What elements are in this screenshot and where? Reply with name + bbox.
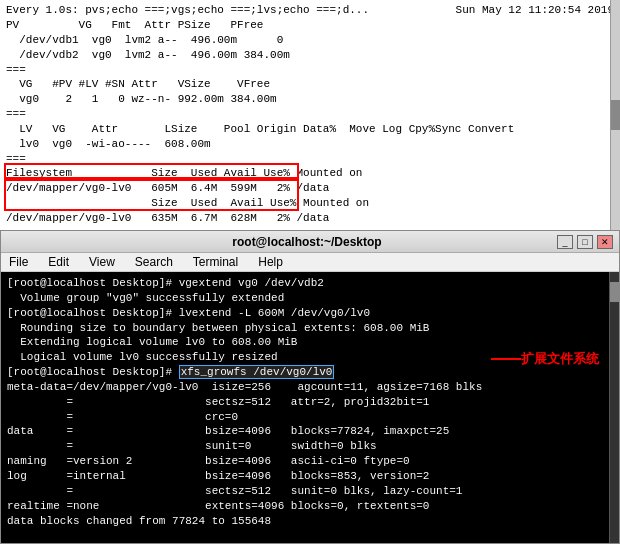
terminal-body[interactable]: [root@localhost Desktop]# vgextend vg0 /…	[1, 272, 619, 543]
window-titlebar: root@localhost:~/Desktop _ □ ✕	[1, 231, 619, 253]
menu-view[interactable]: View	[85, 254, 119, 270]
top-header-right: Sun May 12 11:20:54 2019	[456, 4, 614, 16]
terminal-scrollbar[interactable]	[609, 272, 619, 543]
window-menubar: File Edit View Search Terminal Help	[1, 253, 619, 272]
menu-help[interactable]: Help	[254, 254, 287, 270]
terminal-scrollbar-thumb[interactable]	[610, 282, 619, 302]
maximize-button[interactable]: □	[577, 235, 593, 249]
top-header: Every 1.0s: pvs;echo ===;vgs;echo ===;lv…	[6, 4, 614, 16]
top-scrollbar[interactable]	[610, 0, 620, 230]
top-header-left: Every 1.0s: pvs;echo ===;vgs;echo ===;lv…	[6, 4, 369, 16]
window-title: root@localhost:~/Desktop	[57, 235, 557, 249]
top-terminal-pane: Every 1.0s: pvs;echo ===;vgs;echo ===;lv…	[0, 0, 620, 230]
menu-file[interactable]: File	[5, 254, 32, 270]
menu-edit[interactable]: Edit	[44, 254, 73, 270]
top-terminal-content: PV VG Fmt Attr PSize PFree /dev/vdb1 vg0…	[6, 18, 614, 226]
top-scrollbar-thumb[interactable]	[611, 100, 620, 130]
menu-search[interactable]: Search	[131, 254, 177, 270]
terminal-content: [root@localhost Desktop]# vgextend vg0 /…	[7, 276, 613, 528]
window-controls: _ □ ✕	[557, 235, 613, 249]
bottom-terminal-window: root@localhost:~/Desktop _ □ ✕ File Edit…	[0, 230, 620, 544]
close-button[interactable]: ✕	[597, 235, 613, 249]
minimize-button[interactable]: _	[557, 235, 573, 249]
menu-terminal[interactable]: Terminal	[189, 254, 242, 270]
